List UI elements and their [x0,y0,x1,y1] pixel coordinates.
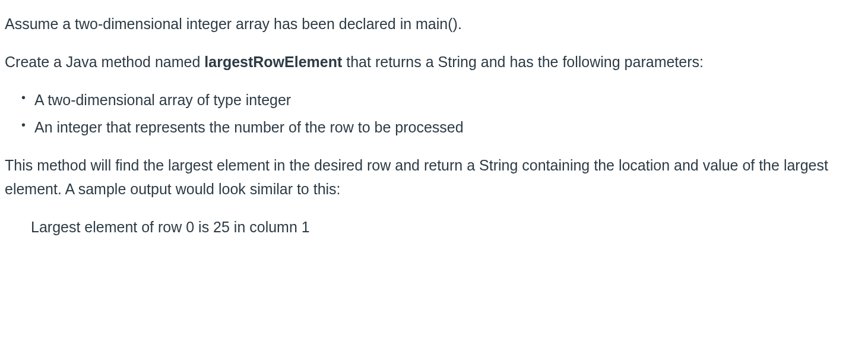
paragraph-behavior: This method will find the largest elemen… [5,153,863,201]
method-name: largestRowElement [204,53,342,70]
parameters-list: A two-dimensional array of type integer … [5,88,863,139]
sample-output: Largest element of row 0 is 25 in column… [5,215,863,239]
text-pre-method: Create a Java method named [5,53,204,70]
list-item: A two-dimensional array of type integer [21,88,863,112]
text-post-method: that returns a String and has the follow… [342,53,704,70]
paragraph-method-desc: Create a Java method named largestRowEle… [5,50,863,74]
list-item: An integer that represents the number of… [21,115,863,139]
paragraph-intro: Assume a two-dimensional integer array h… [5,12,863,36]
